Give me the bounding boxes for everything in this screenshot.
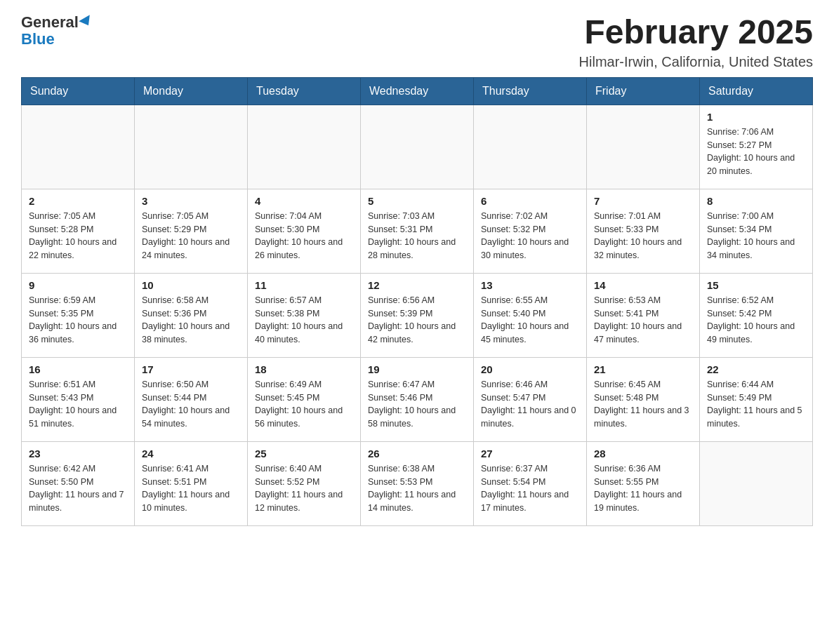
day-info: Sunrise: 6:53 AMSunset: 5:41 PMDaylight:… <box>594 294 692 347</box>
calendar-cell <box>22 105 135 189</box>
day-number: 22 <box>707 363 805 375</box>
day-number: 24 <box>142 448 240 459</box>
day-info: Sunrise: 7:05 AMSunset: 5:28 PMDaylight:… <box>29 210 127 262</box>
day-number: 9 <box>29 279 127 291</box>
calendar-cell: 26Sunrise: 6:38 AMSunset: 5:53 PMDayligh… <box>361 441 474 525</box>
calendar-cell <box>248 105 361 189</box>
day-info: Sunrise: 6:38 AMSunset: 5:53 PMDaylight:… <box>368 462 466 515</box>
day-info: Sunrise: 7:03 AMSunset: 5:31 PMDaylight:… <box>368 210 466 262</box>
day-info: Sunrise: 6:36 AMSunset: 5:55 PMDaylight:… <box>594 462 692 515</box>
calendar-cell: 2Sunrise: 7:05 AMSunset: 5:28 PMDaylight… <box>22 189 135 273</box>
day-info: Sunrise: 6:52 AMSunset: 5:42 PMDaylight:… <box>707 294 805 347</box>
weekday-header-wednesday: Wednesday <box>361 77 474 105</box>
title-section: February 2025 Hilmar-Irwin, California, … <box>579 14 813 70</box>
calendar-week-row: 2Sunrise: 7:05 AMSunset: 5:28 PMDaylight… <box>22 189 813 273</box>
weekday-header-saturday: Saturday <box>700 77 813 105</box>
day-info: Sunrise: 7:06 AMSunset: 5:27 PMDaylight:… <box>707 126 805 178</box>
calendar-cell <box>135 105 248 189</box>
weekday-header-friday: Friday <box>587 77 700 105</box>
calendar-cell <box>361 105 474 189</box>
weekday-header-thursday: Thursday <box>474 77 587 105</box>
day-info: Sunrise: 6:42 AMSunset: 5:50 PMDaylight:… <box>29 462 127 515</box>
day-info: Sunrise: 6:47 AMSunset: 5:46 PMDaylight:… <box>368 378 466 431</box>
calendar-cell <box>700 441 813 525</box>
calendar-cell: 17Sunrise: 6:50 AMSunset: 5:44 PMDayligh… <box>135 357 248 441</box>
calendar-cell: 27Sunrise: 6:37 AMSunset: 5:54 PMDayligh… <box>474 441 587 525</box>
calendar-cell: 11Sunrise: 6:57 AMSunset: 5:38 PMDayligh… <box>248 273 361 357</box>
day-number: 25 <box>255 448 353 459</box>
day-info: Sunrise: 7:02 AMSunset: 5:32 PMDaylight:… <box>481 210 579 262</box>
day-number: 28 <box>594 448 692 459</box>
calendar-cell: 19Sunrise: 6:47 AMSunset: 5:46 PMDayligh… <box>361 357 474 441</box>
calendar-cell: 16Sunrise: 6:51 AMSunset: 5:43 PMDayligh… <box>22 357 135 441</box>
calendar-week-row: 23Sunrise: 6:42 AMSunset: 5:50 PMDayligh… <box>22 441 813 525</box>
day-number: 21 <box>594 363 692 375</box>
day-number: 20 <box>481 363 579 375</box>
day-number: 16 <box>29 363 127 375</box>
calendar-cell: 10Sunrise: 6:58 AMSunset: 5:36 PMDayligh… <box>135 273 248 357</box>
calendar-cell: 15Sunrise: 6:52 AMSunset: 5:42 PMDayligh… <box>700 273 813 357</box>
day-info: Sunrise: 6:49 AMSunset: 5:45 PMDaylight:… <box>255 378 353 431</box>
calendar-week-row: 9Sunrise: 6:59 AMSunset: 5:35 PMDaylight… <box>22 273 813 357</box>
month-title: February 2025 <box>579 14 813 51</box>
day-info: Sunrise: 6:50 AMSunset: 5:44 PMDaylight:… <box>142 378 240 431</box>
day-number: 6 <box>481 195 579 207</box>
calendar-cell: 28Sunrise: 6:36 AMSunset: 5:55 PMDayligh… <box>587 441 700 525</box>
day-number: 15 <box>707 279 805 291</box>
calendar-cell: 4Sunrise: 7:04 AMSunset: 5:30 PMDaylight… <box>248 189 361 273</box>
day-number: 11 <box>255 279 353 291</box>
day-number: 12 <box>368 279 466 291</box>
day-info: Sunrise: 6:41 AMSunset: 5:51 PMDaylight:… <box>142 462 240 515</box>
calendar-cell: 22Sunrise: 6:44 AMSunset: 5:49 PMDayligh… <box>700 357 813 441</box>
day-info: Sunrise: 7:04 AMSunset: 5:30 PMDaylight:… <box>255 210 353 262</box>
calendar-cell: 1Sunrise: 7:06 AMSunset: 5:27 PMDaylight… <box>700 105 813 189</box>
day-info: Sunrise: 6:46 AMSunset: 5:47 PMDaylight:… <box>481 378 579 431</box>
day-info: Sunrise: 6:58 AMSunset: 5:36 PMDaylight:… <box>142 294 240 347</box>
day-info: Sunrise: 6:37 AMSunset: 5:54 PMDaylight:… <box>481 462 579 515</box>
day-number: 4 <box>255 195 353 207</box>
weekday-header-row: SundayMondayTuesdayWednesdayThursdayFrid… <box>22 77 813 105</box>
day-number: 27 <box>481 448 579 459</box>
calendar-cell: 7Sunrise: 7:01 AMSunset: 5:33 PMDaylight… <box>587 189 700 273</box>
calendar-cell: 12Sunrise: 6:56 AMSunset: 5:39 PMDayligh… <box>361 273 474 357</box>
day-info: Sunrise: 7:05 AMSunset: 5:29 PMDaylight:… <box>142 210 240 262</box>
weekday-header-sunday: Sunday <box>22 77 135 105</box>
day-number: 26 <box>368 448 466 459</box>
day-info: Sunrise: 6:51 AMSunset: 5:43 PMDaylight:… <box>29 378 127 431</box>
day-info: Sunrise: 7:01 AMSunset: 5:33 PMDaylight:… <box>594 210 692 262</box>
day-number: 7 <box>594 195 692 207</box>
day-info: Sunrise: 6:56 AMSunset: 5:39 PMDaylight:… <box>368 294 466 347</box>
page-header: General Blue February 2025 Hilmar-Irwin,… <box>21 14 813 70</box>
day-number: 19 <box>368 363 466 375</box>
calendar-cell: 25Sunrise: 6:40 AMSunset: 5:52 PMDayligh… <box>248 441 361 525</box>
day-number: 13 <box>481 279 579 291</box>
calendar-cell: 5Sunrise: 7:03 AMSunset: 5:31 PMDaylight… <box>361 189 474 273</box>
day-number: 18 <box>255 363 353 375</box>
logo-blue-text: Blue <box>21 31 93 48</box>
day-info: Sunrise: 6:44 AMSunset: 5:49 PMDaylight:… <box>707 378 805 431</box>
day-number: 17 <box>142 363 240 375</box>
day-number: 1 <box>707 111 805 123</box>
calendar-cell: 8Sunrise: 7:00 AMSunset: 5:34 PMDaylight… <box>700 189 813 273</box>
location-text: Hilmar-Irwin, California, United States <box>579 54 813 70</box>
calendar-cell: 14Sunrise: 6:53 AMSunset: 5:41 PMDayligh… <box>587 273 700 357</box>
calendar-cell <box>474 105 587 189</box>
calendar-cell: 6Sunrise: 7:02 AMSunset: 5:32 PMDaylight… <box>474 189 587 273</box>
calendar-cell: 21Sunrise: 6:45 AMSunset: 5:48 PMDayligh… <box>587 357 700 441</box>
day-number: 10 <box>142 279 240 291</box>
day-info: Sunrise: 6:45 AMSunset: 5:48 PMDaylight:… <box>594 378 692 431</box>
day-info: Sunrise: 6:59 AMSunset: 5:35 PMDaylight:… <box>29 294 127 347</box>
day-number: 14 <box>594 279 692 291</box>
calendar-cell <box>587 105 700 189</box>
calendar-cell: 24Sunrise: 6:41 AMSunset: 5:51 PMDayligh… <box>135 441 248 525</box>
day-number: 5 <box>368 195 466 207</box>
calendar-cell: 3Sunrise: 7:05 AMSunset: 5:29 PMDaylight… <box>135 189 248 273</box>
calendar-cell: 20Sunrise: 6:46 AMSunset: 5:47 PMDayligh… <box>474 357 587 441</box>
day-number: 3 <box>142 195 240 207</box>
logo-triangle-icon <box>79 15 94 28</box>
day-info: Sunrise: 6:40 AMSunset: 5:52 PMDaylight:… <box>255 462 353 515</box>
weekday-header-monday: Monday <box>135 77 248 105</box>
calendar-cell: 23Sunrise: 6:42 AMSunset: 5:50 PMDayligh… <box>22 441 135 525</box>
calendar-week-row: 16Sunrise: 6:51 AMSunset: 5:43 PMDayligh… <box>22 357 813 441</box>
day-info: Sunrise: 7:00 AMSunset: 5:34 PMDaylight:… <box>707 210 805 262</box>
